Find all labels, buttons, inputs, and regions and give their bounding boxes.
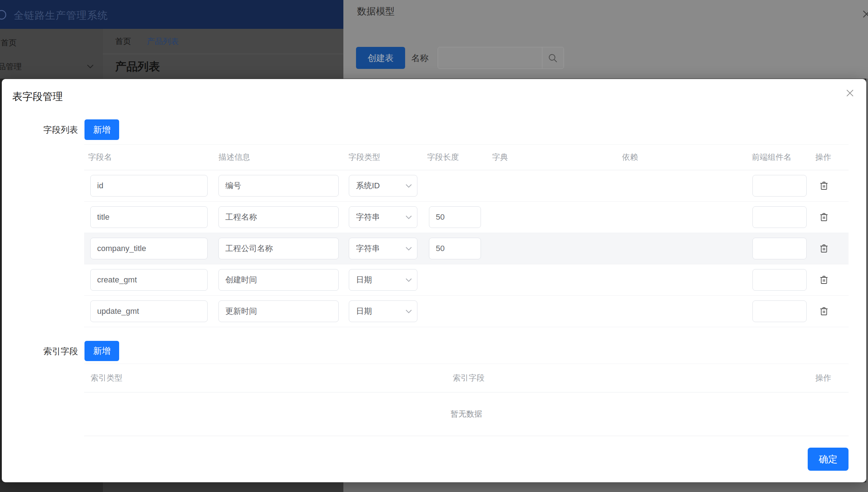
app-sidebar: 首页 品管理: [0, 29, 103, 79]
field-type-select[interactable]: 日期: [349, 269, 417, 291]
fields-table-body: 系统ID: [84, 170, 849, 327]
index-section-label: 索引字段: [31, 345, 78, 357]
fields-table-header: 字段名 描述信息 字段类型 字段长度 字典 依赖 前端组件名 操作: [84, 144, 849, 170]
field-type-value: 系统ID: [356, 175, 380, 196]
fields-table: 字段名 描述信息 字段类型 字段长度 字典 依赖 前端组件名 操作 系统ID: [84, 144, 849, 327]
drawer-edge-sliver: [866, 79, 868, 482]
table-fields-modal: 表字段管理 字段列表 新增 字段名 描述信息 字段类型 字段长度 字典 依赖 前…: [2, 79, 866, 482]
field-description-input[interactable]: [218, 175, 339, 197]
field-description-input[interactable]: [218, 206, 339, 228]
field-row: 字符串: [84, 202, 849, 233]
drawer-title: 数据模型: [357, 5, 395, 18]
field-component-input[interactable]: [752, 206, 807, 228]
app-content: 首页 产品列表 产品列表: [103, 29, 343, 79]
col-field-length: 字段长度: [427, 145, 459, 170]
chevron-down-icon: [405, 184, 412, 188]
add-field-button[interactable]: 新增: [84, 119, 119, 140]
breadcrumb: 首页 产品列表: [103, 29, 343, 54]
delete-field-button[interactable]: [819, 210, 833, 224]
delete-field-button[interactable]: [819, 179, 833, 193]
col-description: 描述信息: [218, 145, 250, 170]
field-description-input[interactable]: [218, 238, 339, 259]
field-length-input[interactable]: [429, 206, 481, 228]
index-table-empty: 暂无数据: [84, 392, 849, 436]
page-bottom-strip: [343, 482, 868, 492]
index-table: 索引类型 索引字段 操作 暂无数据: [84, 364, 849, 436]
col-component: 前端组件名: [752, 145, 791, 170]
chevron-down-icon: [405, 309, 412, 313]
page-bottom-strip: [0, 482, 103, 492]
field-type-select[interactable]: 系统ID: [349, 175, 417, 197]
create-table-button[interactable]: 创建表: [356, 47, 405, 69]
field-component-input[interactable]: [752, 269, 807, 291]
field-component-input[interactable]: [752, 238, 807, 259]
field-type-select[interactable]: 日期: [349, 300, 417, 322]
page-title: 产品列表: [115, 59, 160, 74]
breadcrumb-home[interactable]: 首页: [115, 29, 131, 54]
field-type-select[interactable]: 字符串: [349, 206, 417, 228]
field-row: 字符串: [84, 233, 849, 264]
col-field-name: 字段名: [88, 145, 112, 170]
field-row: 日期: [84, 264, 849, 296]
field-name-input[interactable]: [90, 269, 208, 291]
field-type-select[interactable]: 字符串: [349, 238, 417, 259]
app-logo-icon: [0, 9, 7, 20]
search-field: [438, 47, 564, 69]
field-length-input[interactable]: [429, 238, 481, 259]
search-input[interactable]: [438, 47, 542, 69]
drawer-close-icon[interactable]: [860, 8, 868, 20]
col-index-type: 索引类型: [91, 364, 122, 392]
divider: [542, 47, 542, 69]
empty-data-text: 暂无数据: [84, 392, 849, 436]
search-icon[interactable]: [548, 53, 558, 63]
field-row: 日期: [84, 296, 849, 327]
field-name-input[interactable]: [90, 238, 208, 259]
field-type-value: 字符串: [356, 207, 380, 228]
col-index-actions: 操作: [815, 364, 831, 392]
col-index-fields: 索引字段: [453, 364, 485, 392]
name-label: 名称: [411, 52, 429, 64]
field-component-input[interactable]: [752, 175, 807, 197]
add-index-button[interactable]: 新增: [84, 341, 119, 361]
delete-field-button[interactable]: [819, 304, 833, 319]
app-header: 全链路生产管理系统: [0, 0, 343, 29]
field-description-input[interactable]: [218, 300, 339, 322]
fields-section-label: 字段列表: [31, 124, 78, 136]
modal-close-icon[interactable]: [843, 86, 857, 100]
delete-field-button[interactable]: [819, 273, 833, 287]
field-name-input[interactable]: [90, 206, 208, 228]
col-dependency: 依赖: [622, 145, 638, 170]
col-actions: 操作: [815, 145, 831, 170]
field-type-value: 字符串: [356, 238, 380, 259]
breadcrumb-current[interactable]: 产品列表: [147, 29, 179, 54]
field-type-value: 日期: [356, 301, 372, 322]
col-dictionary: 字典: [492, 145, 508, 170]
delete-field-button[interactable]: [819, 241, 833, 256]
field-component-input[interactable]: [752, 300, 807, 322]
field-description-input[interactable]: [218, 269, 339, 291]
chevron-down-icon: [405, 247, 412, 251]
data-model-drawer: 数据模型 创建表 名称: [343, 0, 868, 79]
field-type-value: 日期: [356, 269, 372, 290]
col-field-type: 字段类型: [348, 145, 380, 170]
screen: 全链路生产管理系统 首页 品管理 首页 产品列表 产品列表 数据模型 创建表 名…: [0, 0, 868, 492]
app-title: 全链路生产管理系统: [14, 9, 108, 22]
chevron-down-icon: [87, 64, 94, 69]
chevron-down-icon: [405, 278, 412, 282]
chevron-down-icon: [405, 215, 412, 219]
field-name-input[interactable]: [90, 300, 208, 322]
sidebar-item-product-mgmt[interactable]: 品管理: [0, 61, 22, 72]
confirm-button[interactable]: 确定: [808, 448, 849, 471]
sidebar-item-home[interactable]: 首页: [1, 38, 17, 48]
field-name-input[interactable]: [90, 175, 208, 197]
page-bottom-strip: [103, 482, 343, 492]
index-table-header: 索引类型 索引字段 操作: [84, 364, 849, 392]
modal-title: 表字段管理: [12, 90, 63, 104]
field-row: 系统ID: [84, 170, 849, 202]
